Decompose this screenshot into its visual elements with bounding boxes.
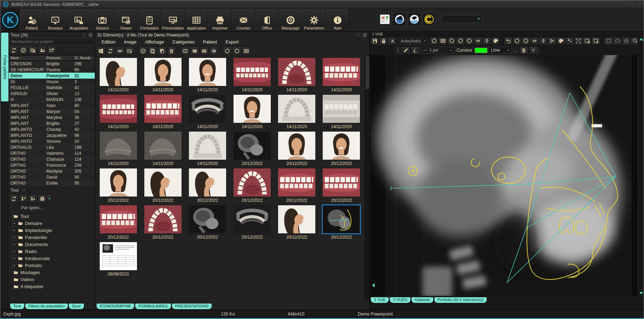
viewer-tool-button[interactable] [513, 37, 521, 45]
menu-item[interactable]: Affichage [145, 39, 164, 45]
thumbnail[interactable]: 20/12/2022 [319, 168, 364, 205]
table-row[interactable]: ORTHO Marilyne 305 [9, 168, 95, 174]
toolbar-button[interactable]: Patient [20, 9, 44, 31]
viewer-tool-button[interactable]: A [388, 37, 396, 45]
viewer-tool-button[interactable] [622, 37, 630, 45]
table-row[interactable]: ORTHO David 95 [9, 174, 95, 180]
middle-bottom-tab[interactable]: FORMULAIRES [135, 304, 171, 309]
toolbar-button[interactable]: Application [185, 9, 208, 31]
thumbnail-image[interactable] [323, 58, 360, 86]
tree-title[interactable]: Par types... [12, 204, 95, 212]
thumbnail[interactable]: 14/11/2020 [230, 95, 274, 132]
left-bottom-tab[interactable]: Filtres de population [25, 304, 68, 309]
tree-item[interactable]: Radio [13, 248, 95, 255]
viewer-bottom-tab[interactable]: Portfolio (0) 0 sélection(s) [434, 297, 487, 303]
thumbnail-image[interactable] [189, 132, 226, 160]
thumbnail[interactable]: 14/11/2020 [96, 95, 140, 132]
viewer-tool-button[interactable] [557, 37, 565, 45]
table-row[interactable]: IMPLANTO Simone 20 [9, 138, 95, 144]
thumbnail[interactable]: 14/11/2020 [319, 58, 364, 95]
thumbnail-image[interactable] [100, 132, 137, 160]
menu-item[interactable]: Image [124, 39, 137, 45]
thumbnail[interactable]: 20/12/2022 [275, 168, 319, 205]
menu-item[interactable]: Edition [101, 39, 116, 45]
viewer-tool-button[interactable] [379, 37, 388, 45]
viewer-tool-button[interactable] [521, 37, 530, 45]
table-row[interactable]: IMPLANTO Jacqueline 96 [9, 132, 95, 138]
thumbnail-image[interactable] [100, 242, 137, 270]
thumbnail[interactable]: 14/11/2020 [140, 58, 185, 95]
thumb-tool-button[interactable] [190, 47, 199, 55]
toolbar-button[interactable]: Acquisition [67, 9, 91, 31]
thumbnail[interactable]: 20/12/2022 [230, 205, 274, 242]
viewer-tool-button[interactable] [530, 37, 539, 45]
thumbnail-image[interactable] [234, 95, 271, 123]
thumbnail[interactable]: 20/12/2022 [275, 132, 319, 168]
square-outline-icon[interactable] [362, 33, 367, 38]
delete-annotation-button[interactable] [520, 46, 528, 54]
thumbnail-image[interactable] [234, 168, 271, 197]
grid-faint-icon[interactable] [21, 188, 26, 193]
thumbnail[interactable]: 14/11/2020 [275, 95, 319, 132]
thumbnail[interactable]: 20/12/2022 [96, 205, 140, 242]
thumbnail[interactable]: 20/12/2022 [140, 205, 185, 242]
thumbnail-image[interactable] [100, 95, 137, 123]
viewer-tool-button[interactable] [465, 37, 473, 45]
toolbar-button[interactable]: Viewer [114, 9, 138, 31]
toolbar-dropdown[interactable] [441, 15, 482, 23]
tab-fiche-patient[interactable]: Fiche patient [1, 33, 8, 101]
left-bottom-tab[interactable]: Quoi [69, 304, 84, 309]
grid-faint-icon[interactable] [356, 33, 361, 38]
viewer-bottom-tab[interactable]: 1 VUE [371, 297, 389, 303]
thumb-tool-button[interactable] [209, 47, 218, 55]
viewer-tool-button[interactable] [439, 37, 447, 45]
thumbnail-image[interactable] [278, 132, 315, 160]
table-row[interactable]: IMPLANT Brigitte 27 [9, 120, 95, 126]
thumbnail[interactable]: 14/11/2020 [96, 58, 140, 95]
thumbnail-image[interactable] [323, 95, 360, 123]
filter-tool-button[interactable] [28, 194, 37, 203]
square-outline-icon[interactable] [88, 33, 93, 38]
thumb-tool-button[interactable] [158, 47, 166, 55]
color-dropdown[interactable]: Lime [488, 47, 512, 54]
thumbnail-image[interactable] [144, 58, 182, 86]
window-control-button[interactable]: □ [632, 2, 635, 7]
thumbnail[interactable]: 20/12/2022 [140, 168, 185, 205]
search-input[interactable] [9, 38, 95, 45]
thumbnail[interactable]: 14/11/2020 [185, 95, 230, 132]
viewer-tool-button[interactable] [592, 37, 600, 45]
toolbar-handle[interactable]: ║ [396, 48, 400, 53]
tree-item[interactable]: Portraits [13, 262, 95, 269]
filter-tool-button[interactable] [38, 194, 47, 203]
thumbnail-image[interactable] [234, 58, 271, 86]
scrollbar-thumb[interactable] [366, 57, 369, 89]
tree-item[interactable]: Intrabuccale [13, 255, 95, 262]
thumb-tool-button[interactable] [106, 47, 115, 55]
viewer-scrollbar[interactable] [638, 36, 643, 296]
thumbnail-image[interactable] [189, 58, 226, 86]
tree-item[interactable]: Parodontie [13, 234, 95, 241]
middle-bottom-tab[interactable]: ICONOGRAPHIE [97, 304, 134, 309]
grid-faint-icon[interactable] [82, 33, 87, 38]
thumbnail-image[interactable] [144, 168, 182, 197]
thumbnail-image[interactable] [100, 168, 137, 197]
angle-measure-button[interactable] [411, 46, 420, 54]
thumb-tool-button[interactable] [148, 47, 157, 55]
viewer-tool-button[interactable] [474, 37, 482, 45]
thumbnail-image[interactable] [144, 95, 182, 123]
left-bottom-tab[interactable]: Tout [10, 304, 24, 309]
thumbnail-image[interactable] [278, 95, 315, 123]
thumbnail-image[interactable] [189, 95, 226, 123]
text-tool-button[interactable]: T [529, 46, 538, 54]
viewer-tool-button[interactable] [430, 37, 438, 45]
toolbar-button[interactable]: Formulaire [138, 9, 161, 31]
tree-expand-icon[interactable] [13, 243, 16, 246]
tree-item[interactable]: Implantologie [13, 227, 95, 234]
thumbnail-image[interactable] [234, 132, 271, 160]
tree-item[interactable]: A étiquetter [13, 283, 95, 290]
toolbar-button[interactable]: Aide [326, 9, 349, 31]
thumbnail[interactable]: 14/11/2020 [230, 58, 274, 95]
viewer-tool-button[interactable] [504, 37, 512, 45]
viewer-tool-button[interactable] [574, 37, 583, 45]
tree-expand-icon[interactable] [13, 257, 16, 260]
